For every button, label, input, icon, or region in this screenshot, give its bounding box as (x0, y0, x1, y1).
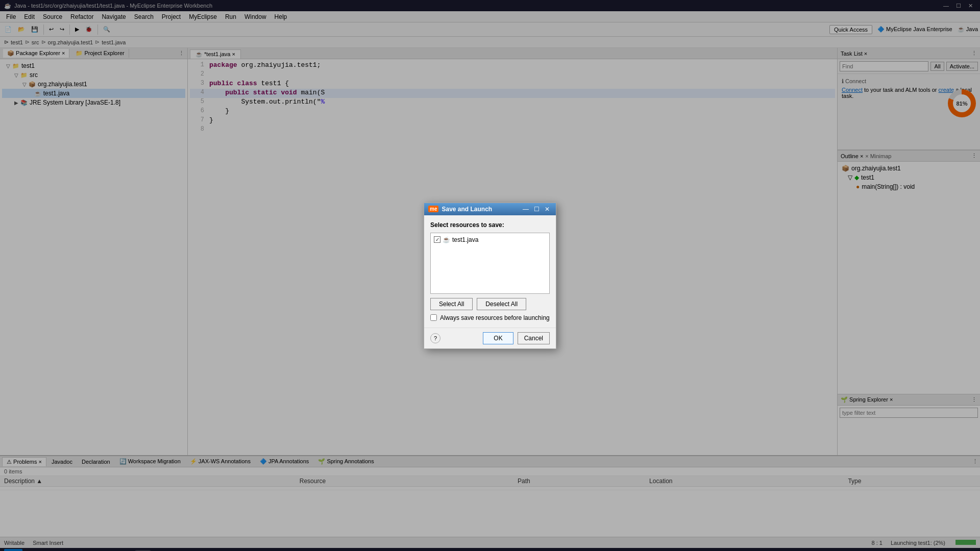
deselect-all-button[interactable]: Deselect All (477, 298, 526, 310)
always-save-label: Always save resources before launching (440, 314, 550, 321)
modal-label: Select resources to save: (430, 221, 550, 229)
modal-footer-buttons: OK Cancel (483, 332, 550, 344)
modal-body: Select resources to save: ☕ test1.java S… (424, 215, 556, 328)
modal-action-buttons: Select All Deselect All (430, 298, 550, 310)
save-launch-dialog: me Save and Launch — ☐ ✕ Select resource… (424, 203, 556, 349)
always-save-row: Always save resources before launching (430, 314, 550, 321)
modal-maximize-button[interactable]: ☐ (532, 206, 542, 213)
resource-checkbox[interactable] (434, 236, 440, 243)
modal-close-button[interactable]: ✕ (543, 206, 552, 213)
resource-label: test1.java (452, 236, 478, 243)
modal-title-bar: me Save and Launch — ☐ ✕ (424, 203, 556, 215)
modal-title: Save and Launch (442, 206, 492, 213)
cancel-button[interactable]: Cancel (518, 332, 550, 344)
modal-footer: ? OK Cancel (424, 328, 556, 348)
resource-list: ☕ test1.java (430, 233, 550, 294)
modal-overlay: me Save and Launch — ☐ ✕ Select resource… (0, 0, 980, 551)
resource-item-test1: ☕ test1.java (433, 235, 547, 244)
modal-minimize-button[interactable]: — (521, 206, 531, 213)
modal-title-controls: — ☐ ✕ (521, 206, 552, 213)
select-all-button[interactable]: Select All (430, 298, 473, 310)
ok-button[interactable]: OK (483, 332, 513, 344)
resource-icon: ☕ (443, 236, 450, 243)
modal-help-icon[interactable]: ? (430, 333, 440, 343)
always-save-checkbox[interactable] (430, 314, 437, 321)
modal-icon: me (428, 206, 438, 212)
